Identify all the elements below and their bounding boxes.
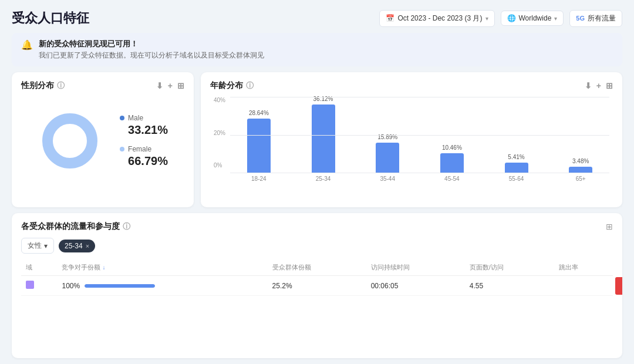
col-domain: 域 <box>21 259 57 276</box>
y-label-20: 20% <box>214 130 225 136</box>
cell-visit-duration: 00:06:05 <box>366 276 465 296</box>
age-card-title: 年龄分布 ⓘ ⬇ + ⊞ <box>210 80 613 91</box>
col-audience-share: 受众群体份额 <box>268 259 366 276</box>
gender-grid-btn[interactable]: ⊞ <box>177 81 184 90</box>
male-legend-item: Male 33.21% <box>120 114 168 137</box>
chevron-down-icon: ▾ <box>485 15 488 22</box>
notification-content: 新的受众特征洞见现已可用！ 我们已更新了受众特征数据。现在可以分析子域名以及目标… <box>39 39 264 60</box>
progress-bar-fill <box>85 284 155 288</box>
bar-65plus: 3.48% <box>552 158 609 173</box>
age-card: 年龄分布 ⓘ ⬇ + ⊞ 40% 20% 0% <box>201 72 622 207</box>
gridline-40 <box>230 97 609 97</box>
age-add-btn[interactable]: + <box>596 81 601 90</box>
x-label-45-54: 45-54 <box>423 176 481 182</box>
y-label-0: 0% <box>214 162 225 168</box>
gender-title-text: 性别分布 <box>21 80 54 91</box>
donut-svg <box>38 109 102 173</box>
cell-pages-per-visit: 4.55 <box>465 276 554 296</box>
bar-45-54: 10.46% <box>423 144 481 173</box>
competitive-share-cell: 100% <box>62 282 262 290</box>
pages-per-visit-value: 4.55 <box>470 282 483 290</box>
sort-icon: ↓ <box>103 264 106 271</box>
age-title-text: 年龄分布 <box>210 80 243 91</box>
globe-icon: 🌐 <box>507 14 516 22</box>
region-label: Worldwide <box>519 14 552 22</box>
female-label: Female <box>128 145 151 153</box>
bar-35-44: 15.89% <box>359 134 416 173</box>
visit-duration-value: 00:06:05 <box>371 282 399 290</box>
page: 受众人口特征 📅 Oct 2023 - Dec 2023 (3 月) ▾ 🌐 W… <box>0 0 634 364</box>
competitive-share-value: 100% <box>62 282 80 290</box>
gender-add-btn[interactable]: + <box>168 81 173 90</box>
audience-grid-btn[interactable]: ⊞ <box>606 222 613 231</box>
age-grid-btn[interactable]: ⊞ <box>606 81 613 90</box>
traffic-label: 所有流量 <box>588 14 616 23</box>
age-filter-close-icon[interactable]: × <box>86 242 89 250</box>
age-download-btn[interactable]: ⬇ <box>585 81 592 90</box>
x-label-65plus: 65+ <box>552 176 609 182</box>
audience-title: 各受众群体的流量和参与度 ⓘ <box>21 221 130 232</box>
calendar-icon: 📅 <box>386 14 394 22</box>
audience-info-icon[interactable]: ⓘ <box>123 221 130 232</box>
age-filter-active[interactable]: 25-34 × <box>59 240 95 252</box>
female-dot <box>120 147 124 151</box>
col-pages-per-visit: 页面数/访问 <box>465 259 554 276</box>
x-label-18-24: 18-24 <box>230 176 288 182</box>
female-legend-item: Female 66.79% <box>120 145 168 168</box>
bar-18-24-rect <box>247 119 271 173</box>
cell-audience-share: 25.2% <box>268 276 366 296</box>
domain-color-square <box>26 281 34 289</box>
bar-35-44-rect <box>376 143 399 173</box>
female-filter-label: 女性 <box>28 241 42 251</box>
x-label-25-34: 25-34 <box>295 176 352 182</box>
traffic-selector[interactable]: 5G 所有流量 <box>569 10 622 27</box>
col-competitive-share[interactable]: 竞争对手份额 ↓ <box>57 259 267 276</box>
header: 受众人口特征 📅 Oct 2023 - Dec 2023 (3 月) ▾ 🌐 W… <box>12 9 622 27</box>
notification-subtitle: 我们已更新了受众特征数据。现在可以分析子域名以及目标受众群体洞见 <box>39 50 264 60</box>
bar-18-24: 28.64% <box>230 110 288 173</box>
bell-icon: 🔔 <box>21 39 33 50</box>
page-title: 受众人口特征 <box>12 9 89 27</box>
female-filter-chevron: ▾ <box>44 242 48 250</box>
chevron-down-icon2: ▾ <box>554 15 557 22</box>
bar-55-64-value: 5.41% <box>508 154 524 160</box>
notification-title: 新的受众特征洞见现已可用！ <box>39 39 264 49</box>
main-charts-row: 性别分布 ⓘ ⬇ + ⊞ <box>12 72 622 207</box>
gender-info-icon[interactable]: ⓘ <box>57 80 65 91</box>
bar-45-54-rect <box>440 153 464 173</box>
table-body: 100% 25.2% 00:06:05 4.55 <box>21 276 613 296</box>
gender-card: 性别分布 ⓘ ⬇ + ⊞ <box>12 72 194 207</box>
age-chart-wrapper: 40% 20% 0% 28.64% <box>210 97 613 182</box>
bar-25-34-rect <box>312 105 335 173</box>
female-filter-btn[interactable]: 女性 ▾ <box>21 238 54 254</box>
scroll-indicator <box>615 277 622 295</box>
filter-row: 女性 ▾ 25-34 × <box>21 238 613 254</box>
gender-card-title: 性别分布 ⓘ ⬇ + ⊞ <box>21 80 184 91</box>
table-header-row: 域 竞争对手份额 ↓ 受众群体份额 访问持续时间 页面数/访问 跳出率 <box>21 259 613 276</box>
gender-chart-content: Male 33.21% Female 66.79% <box>21 97 184 185</box>
notification-banner: 🔔 新的受众特征洞见现已可用！ 我们已更新了受众特征数据。现在可以分析子域名以及… <box>12 33 622 66</box>
female-value: 66.79% <box>128 154 168 168</box>
date-picker[interactable]: 📅 Oct 2023 - Dec 2023 (3 月) ▾ <box>379 10 494 27</box>
bar-25-34: 36.12% <box>295 96 352 173</box>
header-controls: 📅 Oct 2023 - Dec 2023 (3 月) ▾ 🌐 Worldwid… <box>379 10 622 27</box>
gridline-0 <box>230 173 609 173</box>
age-info-icon[interactable]: ⓘ <box>246 80 254 91</box>
age-filter-label: 25-34 <box>65 242 83 250</box>
cell-domain <box>21 276 57 296</box>
age-card-actions: ⬇ + ⊞ <box>585 81 613 90</box>
bar-55-64-rect <box>505 163 528 173</box>
cell-bounce-rate <box>554 276 613 296</box>
table-header: 域 竞争对手份额 ↓ 受众群体份额 访问持续时间 页面数/访问 跳出率 <box>21 259 613 276</box>
gender-download-btn[interactable]: ⬇ <box>156 81 163 90</box>
traffic-icon: 5G <box>576 15 585 22</box>
col-bounce-rate: 跳出率 <box>554 259 613 276</box>
progress-bar <box>85 284 155 288</box>
bar-18-24-value: 28.64% <box>249 110 269 116</box>
male-dot <box>120 116 124 120</box>
bars-container: 28.64% 36.12% 15.89% <box>230 97 609 182</box>
bar-45-54-value: 10.46% <box>442 144 462 151</box>
bar-55-64: 5.41% <box>488 154 545 173</box>
audience-header: 各受众群体的流量和参与度 ⓘ ⊞ <box>21 221 613 232</box>
region-picker[interactable]: 🌐 Worldwide ▾ <box>501 11 564 26</box>
